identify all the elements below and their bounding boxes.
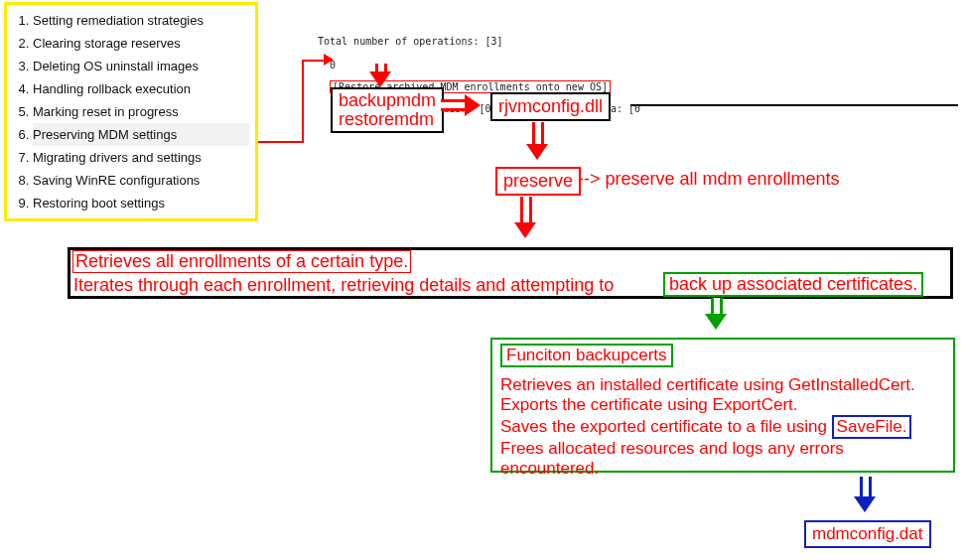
arrow-stem-4 — [532, 122, 544, 146]
savefile-bluebox: SaveFile. — [832, 415, 912, 439]
log-line-1: Total number of operations: [3] — [318, 36, 503, 47]
sidebar-item-3[interactable]: Deleting OS uninstall images — [33, 55, 249, 77]
sidebar-item-8[interactable]: Saving WinRE configurations — [33, 169, 249, 192]
sidebar-item-6[interactable]: Preserving MDM settings — [33, 123, 249, 146]
backupmdm-label: backupmdm — [339, 91, 436, 110]
arrow-stem-7 — [860, 477, 872, 498]
sidebar-item-7[interactable]: Migrating drivers and settings — [33, 146, 249, 169]
arrow-head-6 — [705, 314, 727, 330]
arrow-head-7 — [854, 496, 876, 512]
arrow-head-3 — [465, 94, 481, 116]
arrow-line-seg1 — [258, 141, 304, 143]
sidebar-item-4[interactable]: Handling rollback execution — [33, 77, 249, 100]
function-title-box: Funciton backupcerts — [500, 344, 673, 367]
rjvmconfig-box: rjvmconfig.dll — [490, 92, 611, 121]
mdmconfig-label: mdmconfig.dat — [812, 524, 923, 543]
arrow-head-5 — [514, 222, 536, 238]
preserve-label: preserve — [503, 171, 573, 191]
func-line-1: Retrieves an installed certificate using… — [500, 375, 945, 395]
arrow-line-seg2 — [302, 60, 304, 143]
retrieve-line2b-greenbox: back up associated certificates. — [663, 272, 923, 297]
retrieve-line2a: Iterates through each enrollment, retrie… — [73, 275, 614, 296]
func-line-4: Frees allocated resources and logs any e… — [500, 439, 945, 479]
arrow-stem-5 — [520, 197, 532, 224]
func-line-2: Exports the certificate using ExportCert… — [500, 395, 945, 415]
arrow-head-1 — [324, 54, 334, 66]
func-line-3a: Saves the exported certificate to a file… — [500, 417, 827, 436]
sidebar-item-9[interactable]: Restoring boot settings — [33, 192, 249, 214]
arrow-line-seg3 — [302, 60, 326, 62]
mdmconfig-box: mdmconfig.dat — [804, 520, 931, 548]
sidebar-ordered-list: Setting remediation strategies Clearing … — [13, 9, 249, 214]
function-title-label: Funciton backupcerts — [506, 346, 667, 364]
func-line-3: Saves the exported certificate to a file… — [500, 415, 945, 439]
retrieve-line1-box: Retrieves all enrollments of a certain t… — [72, 250, 411, 273]
divider-line — [630, 104, 958, 106]
preserve-note: --> preserve all mdm enrollments — [578, 169, 840, 190]
arrow-head-4 — [526, 144, 548, 160]
sidebar-list: Setting remediation strategies Clearing … — [4, 2, 258, 221]
sidebar-item-1[interactable]: Setting remediation strategies — [33, 9, 249, 32]
arrow-head-2 — [369, 71, 391, 87]
function-backupcerts-box: Funciton backupcerts Retrieves an instal… — [490, 338, 955, 473]
restoremdm-label: restoremdm — [339, 110, 436, 129]
sidebar-item-5[interactable]: Marking reset in progress — [33, 100, 249, 123]
backup-restore-box: backupmdm restoremdm — [331, 87, 444, 133]
rjvmconfig-label: rjvmconfig.dll — [498, 96, 603, 116]
arrow-stem-3 — [441, 99, 467, 111]
sidebar-item-2[interactable]: Clearing storage reserves — [33, 32, 249, 55]
retrieve-line2b-label: back up associated certificates. — [669, 274, 917, 294]
preserve-box: preserve — [495, 167, 581, 196]
